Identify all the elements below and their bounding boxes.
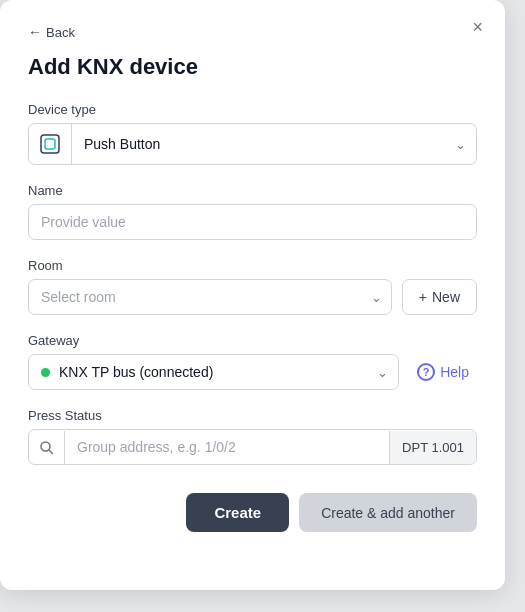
name-input[interactable] [28, 204, 477, 240]
device-type-label: Device type [28, 102, 477, 117]
add-knx-device-modal: × ← Back Add KNX device Device type [0, 0, 505, 590]
new-room-label: New [432, 289, 460, 305]
room-label: Room [28, 258, 477, 273]
name-label: Name [28, 183, 477, 198]
push-button-icon [29, 124, 72, 164]
search-icon [39, 440, 54, 455]
device-type-select-wrapper: Push Button Switch Dimmer Blind ⌄ [28, 123, 477, 165]
device-type-field: Device type Push Button Switch Dimmer Bl… [28, 102, 477, 165]
press-status-field: Press Status DPT 1.001 [28, 408, 477, 465]
back-link[interactable]: ← Back [28, 24, 75, 40]
back-label: Back [46, 25, 75, 40]
gateway-field: Gateway KNX TP bus (connected) ⌄ ? Help [28, 333, 477, 390]
gateway-wrapper: KNX TP bus (connected) ⌄ [28, 354, 399, 390]
help-button[interactable]: ? Help [409, 359, 477, 385]
room-select-wrapper: Select room ⌄ [28, 279, 392, 315]
device-type-select[interactable]: Push Button Switch Dimmer Blind [72, 127, 197, 161]
room-row: Select room ⌄ + New [28, 279, 477, 315]
gateway-label: Gateway [28, 333, 477, 348]
new-room-button[interactable]: + New [402, 279, 477, 315]
help-label: Help [440, 364, 469, 380]
gateway-select-container: KNX TP bus (connected) ⌄ [28, 354, 399, 390]
gateway-select[interactable]: KNX TP bus (connected) [59, 364, 386, 380]
svg-line-3 [49, 450, 53, 454]
dpt-badge: DPT 1.001 [389, 431, 476, 464]
gateway-connected-dot [41, 368, 50, 377]
create-add-another-button[interactable]: Create & add another [299, 493, 477, 532]
press-status-row: DPT 1.001 [28, 429, 477, 465]
close-button[interactable]: × [466, 16, 489, 38]
gateway-row: KNX TP bus (connected) ⌄ ? Help [28, 354, 477, 390]
group-address-input[interactable] [65, 430, 389, 464]
svg-rect-1 [45, 139, 55, 149]
create-button[interactable]: Create [186, 493, 289, 532]
back-arrow-icon: ← [28, 24, 42, 40]
press-status-label: Press Status [28, 408, 477, 423]
room-select[interactable]: Select room [28, 279, 392, 315]
modal-title: Add KNX device [28, 54, 477, 80]
room-field: Room Select room ⌄ + New [28, 258, 477, 315]
footer-buttons: Create Create & add another [28, 493, 477, 532]
device-type-chevron-icon: ⌄ [455, 137, 466, 152]
name-field: Name [28, 183, 477, 240]
svg-rect-0 [41, 135, 59, 153]
plus-icon: + [419, 289, 427, 305]
help-circle-icon: ? [417, 363, 435, 381]
search-group-address-button[interactable] [29, 431, 65, 464]
